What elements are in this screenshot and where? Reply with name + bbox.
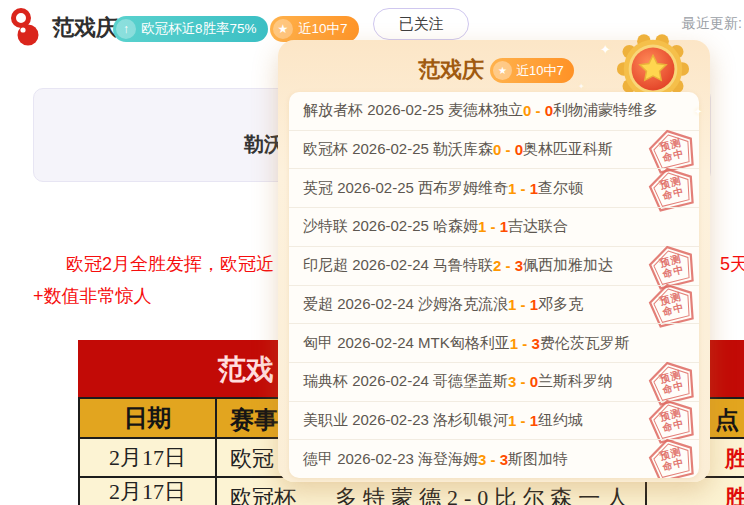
away-team: 吉达联合 <box>508 217 568 236</box>
away-team: 利物浦蒙特维多 <box>553 101 658 120</box>
match-row[interactable]: 德甲 2026-02-23 海登海姆3 - 3斯图加特 预测命中 <box>289 439 699 478</box>
away-team: 查尔顿 <box>538 179 583 198</box>
score-separator: - <box>501 141 514 158</box>
away-score: 0 <box>515 141 523 158</box>
sparkle-icon: ✦ <box>578 82 585 91</box>
match-row[interactable]: 欧冠杯 2026-02-25 勒沃库森0 - 0奥林匹亚科斯 预测命中 <box>289 130 699 169</box>
home-score: 2 <box>493 257 501 274</box>
match-row[interactable]: 印尼超 2026-02-24 马鲁特联2 - 3佩西加雅加达 预测命中 <box>289 246 699 285</box>
table-cell-right-fragment: 胜 <box>725 444 744 474</box>
win-rate-badge: ↑ 欧冠杯近8胜率75% <box>113 16 268 42</box>
table-cell-result-fragment: 多特蒙德2-0比尔森一人 <box>335 483 634 505</box>
away-score: 0 <box>530 373 538 390</box>
red-promo-line1-end: 5天 <box>720 252 744 276</box>
expert-record-popup: 范戏庆 ★ 近10中7 ✦ ✦ ✦ 解放者杯 2026-02-25 麦德林独立0… <box>278 40 710 482</box>
arrow-up-icon: ↑ <box>116 19 136 39</box>
match-info: 英冠 2026-02-25 西布罗姆维奇 <box>303 179 508 198</box>
away-team: 斯图加特 <box>508 450 568 469</box>
away-score: 1 <box>530 296 538 313</box>
home-score: 3 <box>478 451 486 468</box>
score-separator: - <box>531 102 544 119</box>
match-history-list: 解放者杯 2026-02-25 麦德林独立0 - 0利物浦蒙特维多 欧冠杯 20… <box>289 92 699 478</box>
away-score: 1 <box>530 180 538 197</box>
score-separator: - <box>486 218 499 235</box>
table-title-fragment: 范戏 <box>218 351 274 389</box>
table-column-divider <box>645 478 647 505</box>
table-cell-event: 欧冠 <box>230 444 274 474</box>
sparkle-icon: ✦ <box>600 42 611 57</box>
away-score: 1 <box>500 218 508 235</box>
popup-streak-badge-label: 近10中7 <box>516 62 564 80</box>
match-info: 美职业 2026-02-23 洛杉矶银河 <box>303 411 508 430</box>
score-separator: - <box>516 296 529 313</box>
away-team: 兰斯科罗纳 <box>538 372 613 391</box>
away-score: 3 <box>500 451 508 468</box>
away-team: 纽约城 <box>538 411 583 430</box>
match-row[interactable]: 瑞典杯 2026-02-24 哥德堡盖斯3 - 0兰斯科罗纳 预测命中 <box>289 362 699 401</box>
match-info: 沙特联 2026-02-25 哈森姆 <box>303 217 478 236</box>
away-score: 3 <box>531 335 539 352</box>
home-score: 1 <box>508 412 516 429</box>
popup-title: 范戏庆 <box>418 55 484 85</box>
match-row[interactable]: 沙特联 2026-02-25 哈森姆1 - 1吉达联合 <box>289 207 699 246</box>
away-score: 1 <box>530 412 538 429</box>
home-score: 1 <box>508 296 516 313</box>
prediction-hit-stamp: 预测命中 <box>645 433 699 478</box>
match-row[interactable]: 匈甲 2026-02-24 MTK匈格利亚1 - 3费伦茨瓦罗斯 <box>289 323 699 362</box>
red-promo-line2: +数值非常惊人 <box>33 284 152 308</box>
table-header-date: 日期 <box>80 399 217 437</box>
away-score: 0 <box>545 102 553 119</box>
match-info: 德甲 2026-02-23 海登海姆 <box>303 450 478 469</box>
match-info: 匈甲 2026-02-24 MTK匈格利亚 <box>303 334 510 353</box>
home-score: 1 <box>508 180 516 197</box>
followed-button[interactable]: 已关注 <box>373 8 469 40</box>
score-separator: - <box>516 373 529 390</box>
match-info: 解放者杯 2026-02-25 麦德林独立 <box>303 101 523 120</box>
table-cell-date: 2月17日 <box>80 439 217 476</box>
red-promo-line1: 欧冠2月全胜发挥，欧冠近 <box>66 252 274 276</box>
match-info: 欧冠杯 2026-02-25 勒沃库森 <box>303 140 493 159</box>
table-header-right-fragment: 点 <box>715 404 739 436</box>
popup-streak-badge: ★ 近10中7 <box>490 58 574 83</box>
match-row[interactable]: 解放者杯 2026-02-25 麦德林独立0 - 0利物浦蒙特维多 <box>289 92 699 130</box>
star-icon: ★ <box>493 61 512 80</box>
away-team: 奥林匹亚科斯 <box>523 140 613 159</box>
expert-name: 范戏庆 <box>52 13 118 43</box>
home-score: 0 <box>523 102 531 119</box>
away-team: 佩西加雅加达 <box>523 256 613 275</box>
away-team: 费伦茨瓦罗斯 <box>540 334 630 353</box>
table-cell-event: 欧冠杯 <box>230 483 296 505</box>
win-rate-badge-label: 欧冠杯近8胜率75% <box>141 20 257 38</box>
home-score: 0 <box>493 141 501 158</box>
table-header-event: 赛事 <box>230 404 278 436</box>
score-separator: - <box>516 180 529 197</box>
star-icon: ★ <box>273 19 293 39</box>
score-separator: - <box>501 257 514 274</box>
streak-badge-label: 近10中7 <box>298 20 348 38</box>
home-score: 3 <box>508 373 516 390</box>
away-score: 3 <box>515 257 523 274</box>
sparkle-icon: ✦ <box>694 106 702 117</box>
home-score: 1 <box>478 218 486 235</box>
streak-badge: ★ 近10中7 <box>270 16 359 42</box>
match-row[interactable]: 美职业 2026-02-23 洛杉矶银河1 - 1纽约城 预测命中 <box>289 401 699 440</box>
match-info: 瑞典杯 2026-02-24 哥德堡盖斯 <box>303 372 508 391</box>
home-score: 1 <box>510 335 518 352</box>
score-separator: - <box>518 335 531 352</box>
match-row[interactable]: 爱超 2026-02-24 沙姆洛克流浪1 - 1邓多克 预测命中 <box>289 285 699 324</box>
table-cell-right-fragment: 胜 <box>725 483 744 505</box>
site-logo-icon <box>8 7 42 49</box>
away-team: 邓多克 <box>538 295 583 314</box>
match-info: 印尼超 2026-02-24 马鲁特联 <box>303 256 493 275</box>
match-info: 爱超 2026-02-24 沙姆洛克流浪 <box>303 295 508 314</box>
score-separator: - <box>486 451 499 468</box>
match-row[interactable]: 英冠 2026-02-25 西布罗姆维奇1 - 1查尔顿 预测命中 <box>289 168 699 207</box>
table-cell-date: 2月17日 <box>80 478 217 505</box>
score-separator: - <box>516 412 529 429</box>
table-row: 2月17日 欧冠杯 多特蒙德2-0比尔森一人 胜 <box>78 478 744 505</box>
